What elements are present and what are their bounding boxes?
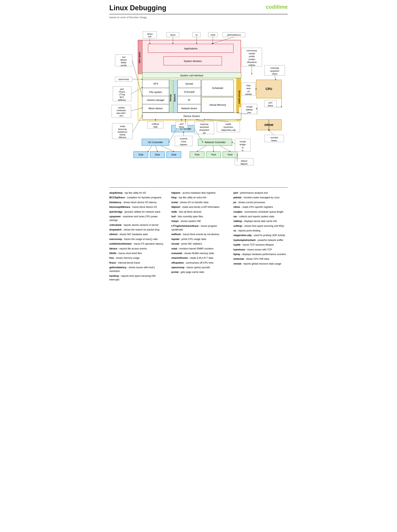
svg-text:tc: tc (242, 149, 244, 151)
legend-item: execsnoop - traces the usage of exec() c… (109, 237, 164, 241)
svg-text:nicstat: nicstat (240, 140, 246, 143)
legend-item: vmstat - reports global resource stats u… (233, 262, 288, 266)
legend-item: htop - top like utility w/ extra info (171, 196, 226, 200)
legend-col-3: perf - performance analysis toolpidstat … (233, 191, 288, 283)
svg-text:strace: strace (147, 33, 153, 35)
svg-text:lsblk: lsblk (153, 126, 158, 128)
svg-rect-84 (112, 105, 131, 118)
legend-col-2: hdparm - access hardware disk registersh… (171, 191, 226, 283)
legend-item: hdparm - access hardware disk registers (171, 191, 226, 195)
svg-text:Volume manager: Volume manager (147, 99, 165, 102)
svg-text:ethtool: ethtool (241, 160, 247, 162)
svg-line-174 (169, 129, 177, 142)
legend-item: rdmsr - reads CPU specific registers (233, 205, 288, 209)
svg-text:vmstat: vmstat (246, 106, 252, 108)
legend-item: cpupower - examines and tunes CPU power … (109, 215, 164, 222)
svg-text:Device Drivers: Device Drivers (184, 115, 200, 118)
legend-item: free - shows memory usage (109, 256, 164, 260)
subtitle: based on work of Brendan Gregg (109, 16, 288, 19)
svg-text:CPU: CPU (266, 87, 272, 91)
legend-item: nicstat - prints NIC statistics (171, 242, 226, 246)
svg-text:Disk: Disk (171, 153, 176, 156)
svg-text:softirqs: softirqs (248, 64, 255, 66)
svg-text:TCP/UDP: TCP/UDP (184, 91, 195, 94)
svg-line-183 (232, 142, 235, 144)
legend-item: runqlen - summarizes scheduler queue len… (233, 210, 288, 214)
svg-line-175 (194, 129, 203, 142)
svg-rect-14 (173, 80, 178, 116)
svg-text:I/O Bridge: I/O Bridge (180, 127, 191, 130)
legend-item: tcpretrans - traces issues with TCP (233, 248, 288, 252)
svg-text:perf: perf (269, 102, 273, 104)
legend-item: criticalstat - reports atomic sections i… (109, 223, 164, 227)
legend-item: turbostat - shows CPU HW stats (233, 257, 288, 261)
legend-item: lldptool - reads and sends LLDP informat… (171, 205, 226, 209)
svg-text:Ftrace: Ftrace (119, 91, 125, 93)
svg-rect-46 (167, 151, 181, 158)
svg-line-160 (133, 116, 142, 132)
svg-rect-48 (198, 139, 232, 146)
legend-item: smartctl/nvme - reads S.M.A.R.T data (171, 256, 226, 260)
legend-item: iostat - shows I/O vs transfer stats (171, 201, 226, 204)
svg-rect-78 (113, 87, 131, 101)
svg-text:tcpdump: tcpdump (200, 123, 208, 125)
legend-item: opensnoop - traces open() syscalls (171, 266, 226, 269)
legend-item: slabtop - displays kernel slab cache inf… (233, 219, 288, 223)
svg-text:filelife: filelife (121, 61, 126, 64)
diagram-svg: User space Kernel space Applications Sys… (109, 23, 288, 181)
svg-rect-98 (176, 121, 188, 128)
svg-rect-54 (223, 151, 237, 158)
svg-rect-10 (142, 73, 241, 78)
legend-item: pcstat - gets page cache stats (171, 270, 226, 274)
svg-rect-4 (236, 74, 241, 121)
svg-text:I/O Controller: I/O Controller (148, 141, 163, 144)
svg-text:BCC: BCC (120, 96, 124, 98)
svg-text:hdparm: hdparm (180, 143, 187, 146)
svg-text:runqlen: runqlen (248, 58, 255, 60)
svg-rect-28 (178, 96, 201, 104)
svg-rect-95 (148, 121, 163, 128)
svg-rect-42 (134, 151, 148, 158)
svg-rect-139 (175, 136, 192, 146)
svg-text:rdmsr: rdmsr (272, 73, 277, 75)
svg-rect-38 (171, 125, 199, 132)
svg-rect-120 (264, 65, 285, 75)
svg-text:perf: perf (120, 88, 124, 90)
svg-text:ext4dist: ext4dist (118, 107, 125, 109)
svg-rect-24 (178, 80, 201, 88)
legend-item: LTTng/lurk/strace/ltrace - traces progra… (171, 224, 226, 232)
svg-text:bridge: bridge (240, 143, 246, 146)
svg-text:wireshark: wireshark (199, 126, 209, 128)
svg-text:slabtop: slabtop (246, 109, 253, 111)
svg-text:User space: User space (138, 52, 141, 63)
svg-rect-34 (202, 97, 234, 112)
svg-text:Applications: Applications (184, 47, 198, 50)
svg-text:atop: atop (246, 87, 250, 90)
svg-rect-132 (242, 104, 257, 114)
svg-text:execsnoop: execsnoop (247, 49, 257, 52)
svg-text:mpstat: mpstat (248, 52, 255, 54)
svg-text:ss: ss (196, 34, 198, 36)
svg-rect-0 (138, 40, 241, 74)
svg-text:tcplife: tcplife (226, 123, 231, 125)
svg-text:ip: ip (242, 146, 244, 149)
svg-rect-148 (235, 158, 253, 165)
legend-item: fatrace - reports file access events (109, 247, 164, 251)
svg-rect-143 (235, 139, 250, 151)
svg-text:nstat: nstat (211, 34, 215, 36)
svg-rect-136 (264, 135, 284, 142)
svg-rect-63 (167, 32, 179, 37)
svg-rect-40 (142, 139, 169, 146)
svg-text:smartctl: smartctl (180, 138, 187, 140)
svg-rect-12 (169, 80, 173, 116)
svg-line-158 (131, 88, 142, 94)
svg-text:bpftrace: bpftrace (118, 99, 126, 101)
svg-rect-71 (115, 54, 132, 66)
svg-rect-129 (264, 100, 276, 107)
svg-rect-124 (242, 83, 255, 95)
svg-text:Kernel space: Kernel space (238, 91, 241, 104)
svg-text:Port: Port (228, 153, 232, 156)
svg-rect-52 (206, 151, 221, 158)
svg-text:(also btrfs*,: (also btrfs*, (117, 112, 126, 114)
legend-item: perf - performance analysis tool (233, 191, 288, 195)
